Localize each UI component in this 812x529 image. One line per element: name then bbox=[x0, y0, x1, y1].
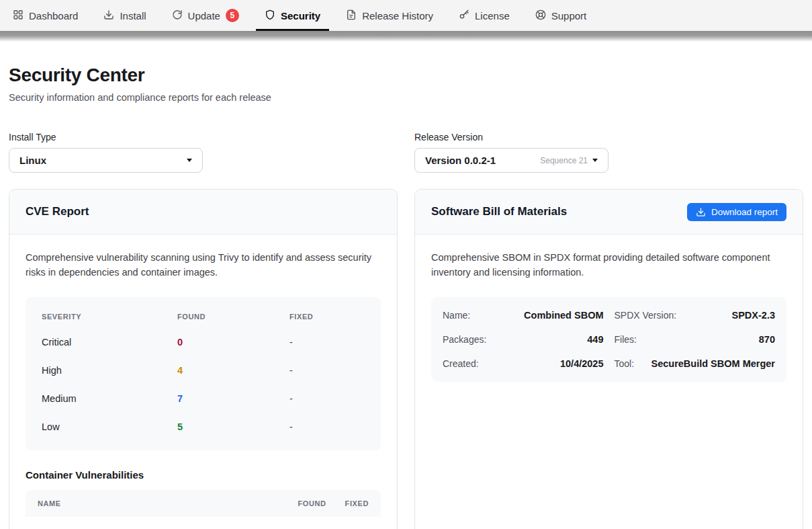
nav-label: Security bbox=[281, 10, 320, 22]
nav-item-update[interactable]: Update 5 bbox=[163, 0, 248, 31]
nav-item-release-history[interactable]: Release History bbox=[337, 0, 442, 31]
download-icon bbox=[696, 207, 706, 217]
release-version-value: Version 0.0.2-1 bbox=[425, 155, 496, 166]
name-col-header: Name bbox=[38, 499, 279, 507]
install-type-select[interactable]: Linux bbox=[9, 148, 203, 173]
cards-row: CVE Report Comprehensive vulnerability s… bbox=[9, 189, 803, 529]
nav-label: Release History bbox=[362, 10, 433, 22]
nav-label: Install bbox=[120, 10, 146, 22]
found-col-header: Found bbox=[298, 499, 326, 507]
sbom-description: Comprehensive SBOM in SPDX format provid… bbox=[431, 251, 778, 280]
table-row: Low 5 - bbox=[42, 413, 365, 441]
cve-report-card: CVE Report Comprehensive vulnerability s… bbox=[9, 189, 398, 529]
sbom-info-cell: Tool: SecureBuild SBOM Merger bbox=[615, 352, 776, 376]
sbom-info-cell: Packages: 449 bbox=[443, 327, 604, 352]
main-content: Security Center Security information and… bbox=[0, 65, 812, 529]
sbom-card: Software Bill of Materials Download repo… bbox=[414, 189, 803, 529]
cve-card-title: CVE Report bbox=[26, 205, 89, 218]
sbom-info-grid: Name: Combined SBOM SPDX Version: SPDX-2… bbox=[431, 297, 786, 382]
install-type-label: Install Type bbox=[9, 132, 398, 143]
nav-item-install[interactable]: Install bbox=[95, 0, 154, 31]
nav-item-license[interactable]: License bbox=[450, 0, 518, 31]
sbom-card-header: Software Bill of Materials Download repo… bbox=[415, 190, 803, 235]
table-row: High 4 - bbox=[42, 356, 365, 384]
key-icon bbox=[459, 9, 469, 22]
severity-table: Severity Found Fixed Critical 0 - High 4… bbox=[26, 297, 381, 450]
filters-row: Install Type Linux Release Version Versi… bbox=[9, 132, 803, 173]
table-row: Critical 0 - bbox=[42, 328, 365, 356]
release-version-select[interactable]: Version 0.0.2-1 Sequence 21 bbox=[414, 148, 608, 173]
nav-label: License bbox=[475, 10, 510, 22]
shield-icon bbox=[265, 9, 275, 22]
sbom-info-cell: Created: 10/4/2025 bbox=[443, 352, 604, 376]
nav-label: Support bbox=[551, 10, 587, 22]
page-subtitle: Security information and compliance repo… bbox=[9, 92, 803, 103]
container-vulnerabilities-title: Container Vulnerabilities bbox=[26, 469, 381, 481]
chevron-down-icon bbox=[187, 159, 192, 162]
file-text-icon bbox=[346, 9, 357, 22]
cve-description: Comprehensive vulnerability scanning usi… bbox=[26, 251, 381, 280]
dashboard-icon bbox=[13, 9, 24, 22]
install-type-value: Linux bbox=[19, 155, 46, 166]
found-col-header: Found bbox=[177, 313, 289, 321]
download-report-label: Download report bbox=[711, 207, 778, 217]
download-icon bbox=[103, 9, 114, 22]
sbom-card-title: Software Bill of Materials bbox=[431, 205, 567, 218]
container-vulnerabilities-header: Name Found Fixed bbox=[26, 490, 381, 517]
update-count-badge: 5 bbox=[226, 9, 239, 22]
nav-label: Update bbox=[188, 10, 220, 22]
sequence-label: Sequence 21 bbox=[540, 156, 588, 165]
download-report-button[interactable]: Download report bbox=[687, 203, 786, 221]
page-title: Security Center bbox=[9, 65, 803, 86]
severity-table-header: Severity Found Fixed bbox=[42, 305, 365, 328]
table-row: Medium 7 - bbox=[42, 384, 365, 413]
release-version-label: Release Version bbox=[414, 132, 803, 143]
lifebuoy-icon bbox=[535, 9, 546, 22]
sbom-info-cell: SPDX Version: SPDX-2.3 bbox=[615, 303, 776, 327]
top-nav: Dashboard Install Update 5 Security Rele… bbox=[0, 0, 812, 31]
nav-item-support[interactable]: Support bbox=[527, 0, 596, 31]
header-shadow-band bbox=[0, 31, 812, 42]
fixed-col-header: Fixed bbox=[289, 313, 365, 321]
fixed-col-header: Fixed bbox=[345, 499, 369, 507]
sbom-info-cell: Files: 870 bbox=[615, 327, 776, 352]
refresh-icon bbox=[172, 9, 183, 22]
chevron-down-icon bbox=[592, 159, 598, 162]
nav-item-security[interactable]: Security bbox=[256, 0, 329, 31]
nav-label: Dashboard bbox=[29, 10, 78, 22]
sbom-info-cell: Name: Combined SBOM bbox=[443, 303, 604, 327]
cve-card-header: CVE Report bbox=[9, 190, 397, 235]
severity-col-header: Severity bbox=[42, 313, 177, 321]
nav-item-dashboard[interactable]: Dashboard bbox=[4, 0, 87, 31]
